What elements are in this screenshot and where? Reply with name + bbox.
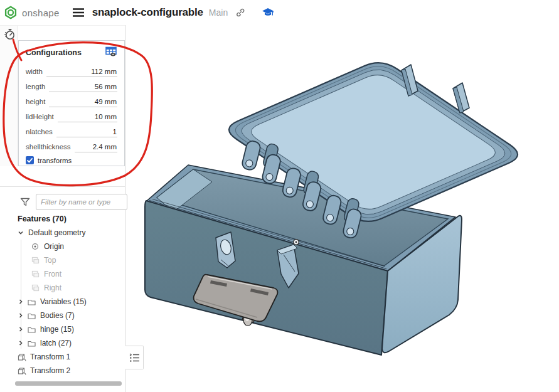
config-field-value: 49 mm [95,98,117,107]
config-field-width: width112 mm [26,62,117,77]
feature-tree-item-label: latch (27) [40,339,72,347]
configurations-title: Configurations [26,48,82,57]
onshape-app-window: onshape snaplock-configurable Main [0,0,559,392]
config-toggle-row: transforms [26,156,117,164]
folder-icon [28,299,40,305]
config-field-label: height [26,98,45,107]
plane-icon [31,257,43,264]
configuration-fields: width112 mmlength56 mmheight49 mmlidHeig… [26,62,117,152]
history-button[interactable] [4,28,16,41]
filter-input[interactable] [36,194,127,210]
stopwatch-icon [4,28,15,40]
config-field-length: length56 mm [26,77,117,92]
config-field-input[interactable]: 49 mm [49,98,117,107]
chevron-right-icon[interactable] [18,340,28,346]
feature-list-icon [129,353,140,363]
filter-funnel-icon[interactable] [20,198,30,206]
feature-tree-item-label: Top [44,256,56,265]
config-field-nlatches: nlatches1 [26,122,117,137]
feature-tree-item-top[interactable]: Top [0,253,125,267]
transforms-checkbox-label: transforms [38,157,72,164]
feature-tree-item-transform-1[interactable]: Transform 1 [0,350,125,364]
config-field-input[interactable]: 56 mm [49,83,117,92]
feature-tree-item-label: Right [44,283,61,292]
share-link-icon[interactable] [235,8,245,18]
plane-icon [31,284,43,292]
feature-tree-item-bodies-7[interactable]: Bodies (7) [0,309,125,322]
config-field-input[interactable]: 112 mm [46,68,117,77]
config-field-height: height49 mm [26,92,117,107]
feature-tree-item-label: Default geometry [28,228,85,237]
transform-icon [18,367,29,375]
config-field-value: 1 [113,128,117,137]
origin-icon [31,243,43,250]
feature-tree-item-hinge-15[interactable]: hinge (15) [0,322,125,336]
config-field-value: 56 mm [95,83,117,92]
transform-icon [18,353,29,361]
folder-icon [28,326,40,333]
branch-label[interactable]: Main [209,8,228,18]
configuration-table-icon[interactable] [105,46,117,59]
feature-sidebar: Configurations width112 mmlength56 mmhei… [0,25,126,392]
document-title: snaplock-configurable [92,6,203,19]
feature-tree-item-variables-15[interactable]: Variables (15) [0,295,125,309]
features-header: Features (70) [18,215,67,223]
feature-tree-item-label: Front [44,270,61,278]
config-field-lidheight: lidHeight10 mm [26,107,117,122]
config-field-input[interactable]: 10 mm [58,113,117,122]
configurations-panel: Configurations width112 mmlength56 mmhei… [18,40,125,166]
feature-tree-item-origin[interactable]: Origin [0,240,125,253]
config-field-input[interactable]: 2.4 mm [75,143,117,152]
config-field-label: lidHeight [26,113,54,122]
onshape-logo-icon [4,6,18,19]
left-toolbar-rail [0,26,18,166]
feature-tree-item-latch-27[interactable]: latch (27) [0,336,125,350]
feature-list-flyout-button[interactable] [125,346,144,369]
learning-center-icon[interactable] [262,8,274,18]
config-field-label: shellthickness [26,143,71,152]
config-field-label: nlatches [26,128,53,137]
filter-row [0,193,125,211]
horizontal-scrollbar[interactable] [15,381,122,386]
feature-tree: Default geometryOriginTopFrontRightVaria… [0,226,125,378]
plane-icon [31,270,43,278]
feature-tree-item-label: Origin [44,242,64,251]
folder-icon [28,312,40,319]
hamburger-menu-icon[interactable] [72,8,85,18]
chevron-right-icon[interactable] [18,326,28,332]
config-field-label: width [26,68,43,77]
transforms-checkbox[interactable] [26,156,34,164]
config-field-shellthickness: shellthickness2.4 mm [26,137,117,152]
feature-tree-item-right[interactable]: Right [0,281,125,295]
config-field-value: 2.4 mm [93,143,117,152]
folder-icon [28,340,40,347]
chevron-down-icon[interactable] [18,230,28,236]
config-field-input[interactable]: 1 [56,128,117,137]
onshape-logo[interactable]: onshape [4,6,60,19]
feature-tree-item-front[interactable]: Front [0,267,125,281]
feature-tree-item-label: Transform 1 [30,352,70,361]
chevron-right-icon[interactable] [18,312,28,319]
feature-tree-item-transform-2[interactable]: Transform 2 [0,364,125,378]
feature-tree-item-label: Transform 2 [30,366,70,375]
config-field-value: 112 mm [91,68,117,77]
top-bar: onshape snaplock-configurable Main [0,0,559,25]
onshape-logo-text: onshape [22,8,60,18]
origin-marker [294,240,299,245]
chevron-right-icon[interactable] [18,299,28,305]
feature-tree-item-default-geometry[interactable]: Default geometry [0,226,125,240]
feature-tree-item-label: Variables (15) [40,297,87,306]
feature-tree-item-label: hinge (15) [40,325,74,334]
config-field-value: 10 mm [95,113,117,122]
sidebar-divider [0,186,125,187]
config-field-label: length [26,83,45,92]
feature-tree-item-label: Bodies (7) [40,311,75,320]
